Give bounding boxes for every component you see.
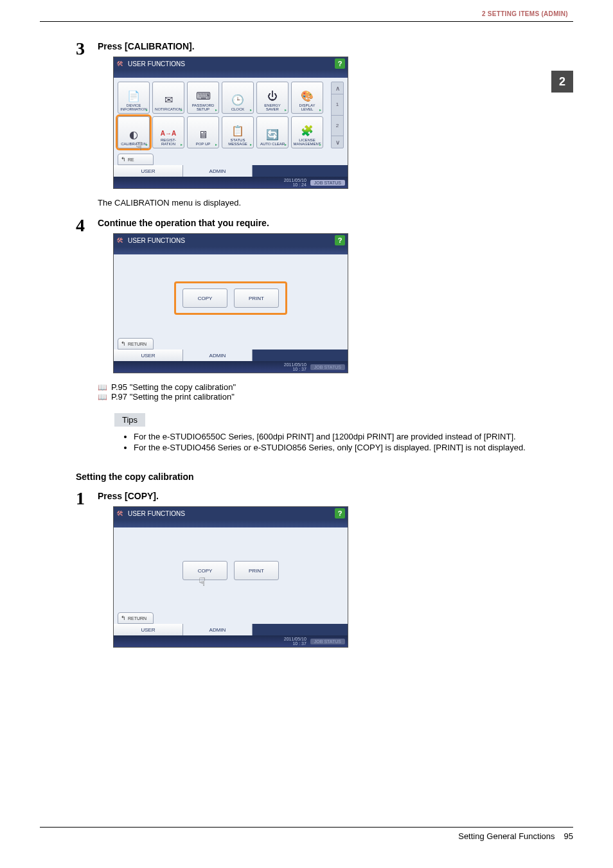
energy-icon: ⏻ bbox=[267, 91, 278, 102]
btn-registration[interactable]: A→AREGIST- RATION▸ bbox=[152, 116, 184, 148]
screenshot-press-copy: 🛠 USER FUNCTIONS ? COPY ☟ PRINT bbox=[113, 506, 348, 648]
tab-admin[interactable]: ADMIN bbox=[183, 165, 253, 177]
timestamp: 2011/05/10 10 : 24 bbox=[284, 178, 306, 187]
step-number: 4 bbox=[76, 217, 98, 378]
tab-admin[interactable]: ADMIN bbox=[183, 624, 253, 635]
step-4: 4 Continue the operation that you requir… bbox=[76, 217, 573, 378]
btn-device-information[interactable]: 📄DEVICE INFORMATION▸ bbox=[118, 82, 150, 114]
chevron-right-icon: ▸ bbox=[285, 142, 287, 146]
screenshot-titlebar: 🛠 USER FUNCTIONS ? bbox=[114, 507, 348, 520]
scroll-down-button[interactable]: ∨ bbox=[332, 136, 343, 148]
screenshot-subbar bbox=[114, 520, 348, 527]
return-button[interactable]: ↰RE bbox=[118, 154, 154, 165]
btn-calibration[interactable]: ◐CALIBRATION▸ bbox=[118, 116, 150, 148]
scroll-column: ∧ 1 2 ∨ bbox=[331, 82, 344, 148]
chapter-side-tab: 2 bbox=[551, 71, 573, 93]
screenshot-tabs: USER ADMIN bbox=[114, 350, 348, 361]
btn-print[interactable]: PRINT bbox=[234, 561, 279, 580]
page-indicator-2: 2 bbox=[332, 116, 343, 136]
chevron-right-icon: ▸ bbox=[250, 107, 252, 112]
footer-section: Setting General Functions bbox=[458, 831, 555, 841]
book-icon: 📖 bbox=[98, 393, 107, 402]
return-arrow-icon: ↰ bbox=[121, 156, 126, 163]
step-3-note: The CALIBRATION menu is displayed. bbox=[76, 198, 573, 208]
screen-title: USER FUNCTIONS bbox=[128, 237, 185, 244]
return-button[interactable]: ↰RETURN bbox=[118, 612, 154, 624]
book-icon: 📖 bbox=[98, 383, 107, 392]
chevron-right-icon: ▸ bbox=[215, 142, 217, 146]
return-arrow-icon: ↰ bbox=[121, 615, 126, 621]
screenshot-footer: 2011/05/10 10 : 24 JOB STATUS bbox=[114, 177, 348, 188]
scroll-up-button[interactable]: ∧ bbox=[332, 82, 343, 94]
screenshot-subbar bbox=[114, 70, 348, 78]
screen-title: USER FUNCTIONS bbox=[128, 60, 185, 67]
password-icon: ⌨ bbox=[196, 90, 211, 102]
clock-icon: 🕒 bbox=[231, 94, 244, 106]
help-button[interactable]: ? bbox=[335, 235, 345, 245]
reference-link-1: 📖 P.95 "Setting the copy calibration" bbox=[76, 382, 573, 392]
tips-list: For the e-STUDIO6550C Series, [600dpi PR… bbox=[76, 432, 573, 452]
page-footer: Setting General Functions 95 bbox=[40, 827, 573, 841]
notification-icon: ✉ bbox=[164, 94, 173, 106]
tips-label: Tips bbox=[114, 413, 145, 427]
btn-clock[interactable]: 🕒CLOCK▸ bbox=[222, 82, 254, 114]
screenshot-tabs: USER ADMIN bbox=[114, 624, 348, 635]
chevron-right-icon: ▸ bbox=[146, 142, 148, 146]
btn-popup[interactable]: 🖥POP UP▸ bbox=[187, 116, 219, 148]
tips-item: For the e-STUDIO456 Series or e-STUDIO85… bbox=[134, 443, 573, 452]
step-3: 3 Press [CALIBRATION]. 🛠 USER FUNCTIONS … bbox=[76, 40, 573, 194]
chevron-right-icon: ▸ bbox=[146, 107, 148, 112]
registration-icon: A→A bbox=[161, 130, 176, 137]
btn-copy[interactable]: COPY bbox=[182, 288, 227, 308]
btn-print[interactable]: PRINT bbox=[234, 288, 279, 308]
reference-link-2: 📖 P.97 "Setting the print calibration" bbox=[76, 392, 573, 402]
screenshot-titlebar: 🛠 USER FUNCTIONS ? bbox=[114, 234, 348, 247]
screenshot-tabs: USER ADMIN bbox=[114, 165, 348, 177]
return-button[interactable]: ↰RETURN bbox=[118, 338, 154, 350]
step-number: 1 bbox=[76, 490, 98, 653]
screenshot-subbar bbox=[114, 247, 348, 254]
tools-icon: 🛠 bbox=[116, 59, 125, 68]
popup-icon: 🖥 bbox=[198, 129, 208, 141]
screenshot-body: COPY PRINT ↰RETURN bbox=[114, 254, 348, 350]
autoclear-icon: 🔄 bbox=[266, 128, 279, 141]
sub-step-1: 1 Press [COPY]. 🛠 USER FUNCTIONS ? bbox=[76, 490, 573, 653]
screenshot-body: COPY ☟ PRINT ↰RETURN bbox=[114, 527, 348, 624]
step-title: Press [CALIBRATION]. bbox=[98, 41, 573, 51]
return-arrow-icon: ↰ bbox=[121, 341, 126, 347]
btn-password-setup[interactable]: ⌨PASSWORD SETUP▸ bbox=[187, 82, 219, 114]
help-button[interactable]: ? bbox=[335, 58, 345, 69]
screenshot-user-functions-grid: 🛠 USER FUNCTIONS ? 📄DEVICE INFORMATION▸ bbox=[113, 57, 348, 189]
tab-admin[interactable]: ADMIN bbox=[183, 350, 253, 361]
step-title: Continue the operation that you require. bbox=[98, 218, 573, 228]
chevron-right-icon: ▸ bbox=[319, 142, 321, 146]
screenshot-footer: 2011/05/10 10 : 37 JOB STATUS bbox=[114, 635, 348, 647]
calibration-icon: ◐ bbox=[129, 128, 138, 141]
chevron-right-icon: ▸ bbox=[285, 107, 287, 112]
step-title: Press [COPY]. bbox=[98, 491, 573, 501]
btn-auto-clear[interactable]: 🔄AUTO CLEAR▸ bbox=[256, 116, 289, 148]
btn-copy[interactable]: COPY bbox=[182, 561, 227, 580]
job-status-button[interactable]: JOB STATUS bbox=[310, 180, 345, 186]
tab-user[interactable]: USER bbox=[114, 350, 183, 361]
tools-icon: 🛠 bbox=[116, 509, 125, 518]
job-status-button[interactable]: JOB STATUS bbox=[310, 364, 345, 370]
job-status-button[interactable]: JOB STATUS bbox=[310, 639, 345, 644]
display-icon: 🎨 bbox=[301, 90, 314, 102]
help-button[interactable]: ? bbox=[335, 508, 345, 518]
chevron-right-icon: ▸ bbox=[215, 107, 217, 112]
screenshot-footer: 2011/05/10 10 : 37 JOB STATUS bbox=[114, 361, 348, 373]
tab-user[interactable]: USER bbox=[114, 624, 183, 635]
btn-display-level[interactable]: 🎨DISPLAY LEVEL▸ bbox=[291, 82, 323, 114]
highlight-box: COPY PRINT bbox=[174, 281, 287, 315]
step-number: 3 bbox=[76, 40, 98, 194]
btn-license-management[interactable]: 🧩LICENSE MANAGEMENT▸ bbox=[291, 116, 323, 148]
info-icon: 📄 bbox=[127, 90, 140, 102]
page-indicator-1: 1 bbox=[332, 94, 343, 115]
screenshot-titlebar: 🛠 USER FUNCTIONS ? bbox=[114, 57, 348, 70]
btn-energy-saver[interactable]: ⏻ENERGY SAVER▸ bbox=[256, 82, 289, 114]
btn-status-message[interactable]: 📋STATUS MESSAGE▸ bbox=[222, 116, 254, 148]
btn-notification[interactable]: ✉NOTIFICATION▸ bbox=[152, 82, 184, 114]
tab-user[interactable]: USER bbox=[114, 165, 183, 177]
screen-title: USER FUNCTIONS bbox=[128, 510, 185, 517]
